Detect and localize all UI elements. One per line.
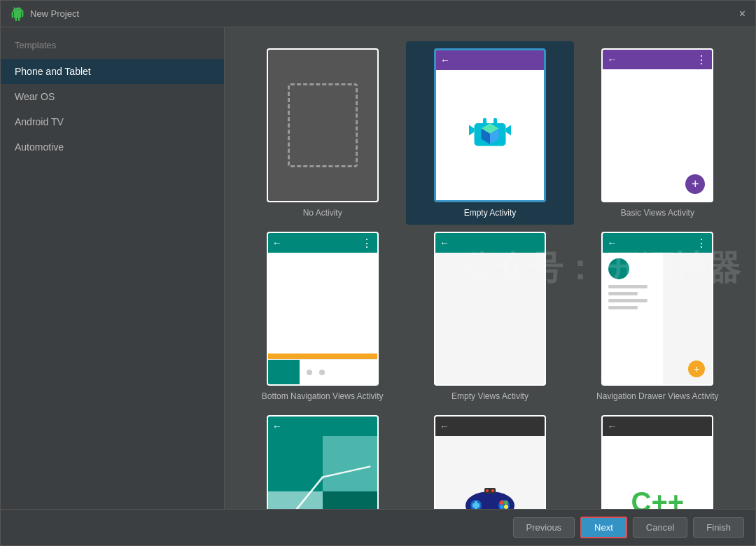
svg-rect-3 bbox=[483, 118, 486, 125]
svg-point-16 bbox=[500, 500, 504, 505]
template-label-bottom-nav: Bottom Navigation Views Activity bbox=[262, 391, 384, 401]
drawer-line-3 bbox=[608, 299, 648, 302]
sidebar-item-wear-os[interactable]: Wear OS bbox=[1, 84, 224, 109]
game-content bbox=[435, 436, 545, 509]
svg-point-19 bbox=[504, 505, 508, 509]
drawer-line-1 bbox=[608, 285, 648, 288]
template-label-empty-activity: Empty Activity bbox=[464, 208, 517, 218]
template-label-empty-views: Empty Views Activity bbox=[451, 391, 528, 401]
sidebar: Templates Phone and Tablet Wear OS Andro… bbox=[1, 27, 225, 509]
nav-drawer-body: + bbox=[603, 253, 712, 384]
templates-grid: No Activity ← bbox=[225, 27, 755, 509]
chart-line-svg bbox=[268, 456, 377, 509]
game-topbar: ← bbox=[435, 416, 545, 436]
bottom-nav-teal bbox=[268, 360, 300, 384]
svg-marker-2 bbox=[505, 125, 511, 136]
new-project-dialog: New Project × Templates Phone and Tablet… bbox=[0, 0, 756, 546]
template-basic-views[interactable]: ← ⋮ + Basic Views Activity bbox=[574, 41, 741, 225]
template-nav-drawer[interactable]: ← ⋮ bbox=[574, 225, 741, 408]
template-no-activity[interactable]: No Activity bbox=[239, 41, 406, 225]
template-preview-nav-drawer: ← ⋮ bbox=[601, 232, 713, 386]
template-empty-views[interactable]: ← Empty Views Activity bbox=[406, 225, 573, 408]
template-responsive[interactable]: ← bbox=[239, 408, 406, 509]
template-label-no-activity: No Activity bbox=[303, 208, 342, 218]
title-bar: New Project × bbox=[1, 1, 755, 27]
template-game[interactable]: ← bbox=[406, 408, 573, 509]
template-preview-no-activity bbox=[267, 48, 379, 202]
svg-rect-4 bbox=[493, 118, 497, 125]
template-empty-activity[interactable]: ← bbox=[406, 41, 573, 225]
basic-views-topbar: ← ⋮ bbox=[603, 50, 712, 69]
template-cpp[interactable]: ← C++ Native C++ Activity bbox=[574, 408, 741, 509]
basic-views-content: + bbox=[603, 69, 712, 201]
android-icon bbox=[10, 7, 24, 21]
template-preview-responsive: ← bbox=[267, 415, 379, 509]
drawer-line-4 bbox=[608, 306, 638, 309]
template-preview-empty-activity: ← bbox=[434, 48, 546, 202]
template-preview-empty-views: ← bbox=[434, 232, 546, 386]
cpp-label: C++ bbox=[631, 486, 685, 510]
cancel-button[interactable]: Cancel bbox=[633, 517, 687, 538]
svg-rect-15 bbox=[475, 501, 477, 509]
template-bottom-nav[interactable]: ← ⋮ bbox=[239, 225, 406, 408]
android-logo bbox=[469, 113, 511, 158]
drawer-fab: + bbox=[688, 360, 705, 377]
empty-views-body bbox=[435, 253, 545, 384]
finish-button[interactable]: Finish bbox=[693, 517, 744, 538]
sidebar-item-android-tv[interactable]: Android TV bbox=[1, 109, 224, 134]
drawer-line-2 bbox=[608, 292, 638, 295]
template-preview-basic-views: ← ⋮ + bbox=[601, 48, 713, 202]
svg-point-22 bbox=[491, 489, 494, 492]
sidebar-header: Templates bbox=[1, 34, 224, 59]
nav-dot-2 bbox=[319, 370, 325, 375]
empty-activity-topbar: ← bbox=[436, 50, 544, 70]
content-area: Templates Phone and Tablet Wear OS Andro… bbox=[1, 27, 755, 509]
cpp-topbar: ← bbox=[603, 416, 712, 436]
main-area: 公众号： 开源神器 No Activity bbox=[225, 27, 755, 509]
template-preview-game: ← bbox=[434, 415, 546, 509]
previous-button[interactable]: Previous bbox=[513, 517, 575, 538]
bottom-nav-content bbox=[268, 253, 377, 384]
drawer-lines bbox=[608, 285, 657, 309]
svg-point-18 bbox=[500, 505, 504, 509]
empty-views-topbar: ← bbox=[435, 233, 545, 253]
bottom-nav-bar bbox=[268, 359, 377, 384]
template-preview-cpp: ← C++ bbox=[601, 415, 713, 509]
yellow-accent-bar bbox=[268, 354, 377, 359]
cpp-content: C++ bbox=[603, 436, 712, 509]
sidebar-item-phone-tablet[interactable]: Phone and Tablet bbox=[1, 59, 224, 84]
bottom-nav-rest bbox=[300, 360, 377, 384]
svg-point-17 bbox=[504, 500, 508, 505]
next-button[interactable]: Next bbox=[580, 517, 627, 538]
game-controller-icon bbox=[462, 481, 518, 509]
template-label-nav-drawer: Navigation Drawer Views Activity bbox=[596, 391, 719, 401]
sidebar-item-automotive[interactable]: Automotive bbox=[1, 134, 224, 160]
footer: Previous Next Cancel Finish bbox=[1, 509, 755, 545]
responsive-topbar: ← bbox=[268, 416, 377, 436]
responsive-content bbox=[268, 436, 377, 509]
dialog-title: New Project bbox=[30, 8, 79, 19]
dashed-placeholder bbox=[288, 83, 358, 167]
template-label-basic-views: Basic Views Activity bbox=[621, 208, 694, 218]
drawer-panel bbox=[603, 253, 663, 384]
nav-drawer-topbar: ← ⋮ bbox=[603, 233, 712, 253]
drawer-circle bbox=[608, 258, 629, 279]
svg-marker-1 bbox=[469, 125, 475, 136]
template-preview-bottom-nav: ← ⋮ bbox=[267, 232, 379, 386]
title-bar-left: New Project bbox=[10, 7, 79, 21]
bottom-nav-topbar: ← ⋮ bbox=[268, 233, 377, 253]
fab-button: + bbox=[685, 174, 705, 194]
nav-dot-1 bbox=[307, 370, 312, 375]
close-button[interactable]: × bbox=[739, 8, 746, 20]
svg-point-21 bbox=[486, 489, 489, 492]
empty-activity-content bbox=[436, 70, 544, 200]
drawer-main: + bbox=[663, 253, 712, 384]
